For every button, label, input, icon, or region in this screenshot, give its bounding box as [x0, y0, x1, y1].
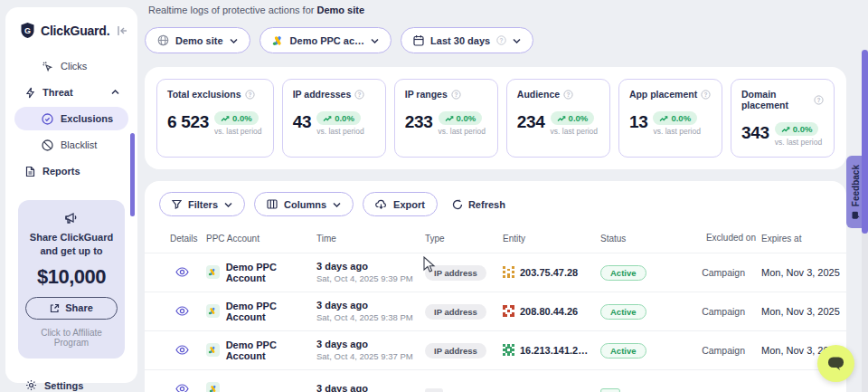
sidebar-item-settings[interactable]: Settings: [14, 374, 128, 392]
status-badge: Active: [600, 343, 646, 359]
clicks-icon: [42, 61, 53, 72]
help-circle-icon[interactable]: ?: [245, 90, 255, 100]
table-row[interactable]: Demo PPC Account 3 days ago Sat, Oct 4, …: [145, 253, 846, 292]
date-range-dropdown[interactable]: Last 30 days ?: [401, 27, 533, 53]
promo-title: Share ClickGuard and get up to: [25, 231, 118, 258]
stat-caption: vs. last period: [316, 127, 363, 136]
stat-card: Audience ? 234 0.0% vs. last period: [506, 79, 610, 158]
column-header: Expires at: [761, 234, 846, 244]
feedback-chat-icon: [852, 211, 860, 219]
stat-title: Audience: [517, 89, 560, 100]
refresh-label: Refresh: [468, 199, 505, 210]
entity-value: 208.80.44.26: [520, 306, 578, 317]
type-badge: IP address: [425, 304, 486, 320]
sidebar-item-blacklist[interactable]: Blacklist: [14, 133, 128, 157]
table-toolbar: Filters Columns Export: [145, 192, 846, 216]
svg-text:?: ?: [567, 91, 571, 97]
sidebar-nav: Clicks Threat Exclusions Blacklist: [5, 50, 137, 186]
time-relative: 3 days ago: [316, 261, 425, 272]
stat-value: 6 523: [167, 113, 209, 130]
stat-caption: vs. last period: [775, 138, 822, 147]
refresh-button[interactable]: Refresh: [452, 199, 505, 210]
sidebar-scrollbar[interactable]: [130, 133, 135, 216]
row-details-eye-icon[interactable]: [172, 343, 193, 357]
help-circle-icon[interactable]: ?: [701, 90, 711, 100]
svg-text:?: ?: [817, 96, 821, 102]
help-circle-icon[interactable]: ?: [451, 90, 461, 100]
type-badge: IP address: [425, 265, 486, 281]
ppc-account-filter-dropdown[interactable]: Demo PPC ac…: [259, 27, 392, 53]
stats-panel: Total exclusions ? 6 523 0.0% vs. last p…: [145, 67, 846, 169]
entity-value: 203.75.47.28: [520, 267, 578, 278]
row-details-eye-icon[interactable]: [172, 304, 193, 318]
chevron-down-icon: [333, 202, 341, 207]
sidebar-item-exclusions[interactable]: Exclusions: [14, 107, 128, 130]
row-details-eye-icon[interactable]: [172, 382, 193, 392]
stat-card: IP addresses ? 43 0.0% vs. last period: [282, 79, 386, 158]
google-ads-icon: [206, 343, 220, 357]
page-scrollbar[interactable]: [862, 50, 868, 392]
table-row[interactable]: Demo PPC Account 3 days ago Sat, Oct 4, …: [145, 292, 846, 331]
sidebar-item-clicks[interactable]: Clicks: [14, 54, 128, 78]
column-header: PPC Account: [206, 234, 316, 244]
logo-row: G ClickGuard.: [5, 7, 137, 50]
svg-text:?: ?: [500, 37, 504, 43]
time-exact: Sat, Oct 4, 2025 9:39 PM: [316, 273, 425, 283]
threat-icon: [25, 87, 35, 99]
table-row-partial[interactable]: 3 days ago: [145, 370, 846, 392]
page-subtitle: Realtime logs of protective actions for …: [148, 5, 854, 15]
trend-up-icon: [557, 115, 566, 122]
column-header: Type: [425, 234, 503, 244]
filters-dropdown[interactable]: Filters: [159, 192, 245, 216]
ppc-account-name: Demo PPC Account: [226, 262, 316, 283]
main-content: Realtime logs of protective actions for …: [145, 0, 854, 392]
scrollbar-thumb[interactable]: [862, 50, 868, 234]
affiliate-promo-card[interactable]: Share ClickGuard and get up to $10,000 S…: [18, 200, 125, 359]
help-circle-icon[interactable]: ?: [354, 90, 364, 100]
download-cloud-icon: [375, 199, 387, 209]
chat-bubble-icon: [827, 356, 844, 371]
stat-title: IP ranges: [405, 89, 448, 100]
document-icon: [25, 166, 35, 177]
stat-caption: vs. last period: [214, 127, 261, 136]
stat-caption: vs. last period: [653, 127, 700, 136]
brand-name: ClickGuard.: [41, 24, 111, 38]
help-circle-icon[interactable]: ?: [563, 90, 573, 100]
date-filter-label: Last 30 days: [430, 35, 490, 46]
share-button[interactable]: Share: [25, 297, 118, 320]
promo-caption: Click to Affiliate Program: [25, 328, 118, 348]
funnel-icon: [172, 199, 182, 209]
time-exact: Sat, Oct 4, 2025 9:37 PM: [316, 351, 425, 361]
stat-card: Domain placement ? 343 0.0% vs. last per…: [731, 79, 835, 158]
chat-launcher-button[interactable]: [817, 345, 854, 382]
sidebar-collapse-icon[interactable]: [117, 25, 128, 36]
sidebar-item-label: Exclusions: [61, 113, 113, 124]
sidebar-item-threat[interactable]: Threat: [14, 81, 128, 104]
table-row[interactable]: Demo PPC Account 3 days ago Sat, Oct 4, …: [145, 331, 846, 370]
site-filter-dropdown[interactable]: Demo site: [145, 27, 250, 53]
help-circle-icon[interactable]: ?: [814, 95, 824, 105]
ip-identicon: [503, 266, 514, 278]
megaphone-icon: [25, 211, 118, 225]
stat-value: 343: [741, 124, 769, 141]
promo-amount: $10,000: [25, 265, 118, 289]
column-header: Time: [316, 234, 425, 244]
excluded-on-value: Campaign: [702, 345, 745, 356]
sidebar-item-reports[interactable]: Reports: [14, 159, 128, 183]
gear-icon: [25, 379, 37, 391]
type-badge: [425, 388, 443, 392]
stat-card: Total exclusions ? 6 523 0.0% vs. last p…: [156, 79, 274, 158]
column-header: Status: [600, 234, 693, 244]
trend-up-icon: [323, 115, 332, 122]
export-button[interactable]: Export: [363, 192, 438, 216]
svg-text:G: G: [24, 26, 31, 35]
external-link-icon: [50, 303, 60, 313]
blocked-icon: [42, 139, 53, 151]
trend-badge: 0.0%: [653, 111, 697, 125]
sidebar-item-label: Clicks: [61, 61, 87, 72]
stat-value: 13: [629, 113, 648, 130]
columns-dropdown[interactable]: Columns: [254, 192, 354, 216]
status-badge: [600, 388, 620, 392]
table-header-row: Details PPC Account Time Type Entity Sta…: [145, 233, 846, 253]
row-details-eye-icon[interactable]: [172, 265, 193, 279]
